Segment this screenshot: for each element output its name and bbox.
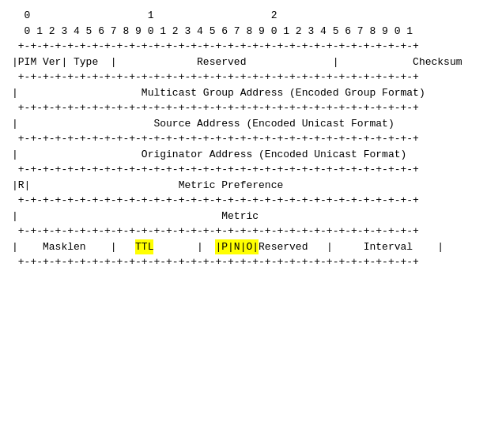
row-source: | Source Address (Encoded Unicast Format… [12, 116, 475, 132]
divider-6: +-+-+-+-+-+-+-+-+-+-+-+-+-+-+-+-+-+-+-+-… [12, 224, 475, 239]
row-multicast: | Multicast Group Address (Encoded Group… [12, 85, 475, 101]
masklen-prefix: | Masklen | [12, 239, 135, 255]
divider-3: +-+-+-+-+-+-+-+-+-+-+-+-+-+-+-+-+-+-+-+-… [12, 131, 475, 147]
row-metric: | Metric | [12, 209, 475, 224]
divider-5: +-+-+-+-+-+-+-+-+-+-+-+-+-+-+-+-+-+-+-+-… [12, 193, 475, 209]
row-masklen: | Masklen | TTL | |P|N|O|Reserved | Inte… [12, 239, 475, 255]
bit-ruler-nums: 0 1 2 3 4 5 6 7 8 9 0 1 2 3 4 5 6 7 8 9 … [12, 24, 475, 40]
divider-1: +-+-+-+-+-+-+-+-+-+-+-+-+-+-+-+-+-+-+-+-… [12, 70, 475, 85]
packet-diagram: 0 1 2 0 1 2 3 4 5 6 7 8 9 0 1 2 3 4 5 6 … [12, 8, 475, 270]
divider-7: +-+-+-+-+-+-+-+-+-+-+-+-+-+-+-+-+-+-+-+-… [12, 254, 475, 270]
row-metric-pref: |R| Metric Preference | [12, 178, 475, 194]
ttl-label: TTL [135, 239, 153, 255]
bit-ruler-top: 0 1 2 [12, 8, 475, 24]
masklen-suffix: Reserved | Interval | [259, 239, 444, 255]
divider-0: +-+-+-+-+-+-+-+-+-+-+-+-+-+-+-+-+-+-+-+-… [12, 39, 475, 55]
divider-2: +-+-+-+-+-+-+-+-+-+-+-+-+-+-+-+-+-+-+-+-… [12, 100, 475, 116]
masklen-middle: | [153, 239, 215, 255]
row-originator: | Originator Address (Encoded Unicast Fo… [12, 147, 475, 163]
row-pim-ver: |PIM Ver| Type | Reserved | Checksum | [12, 55, 475, 70]
pno-label: |P|N|O| [215, 239, 259, 255]
divider-4: +-+-+-+-+-+-+-+-+-+-+-+-+-+-+-+-+-+-+-+-… [12, 162, 475, 178]
